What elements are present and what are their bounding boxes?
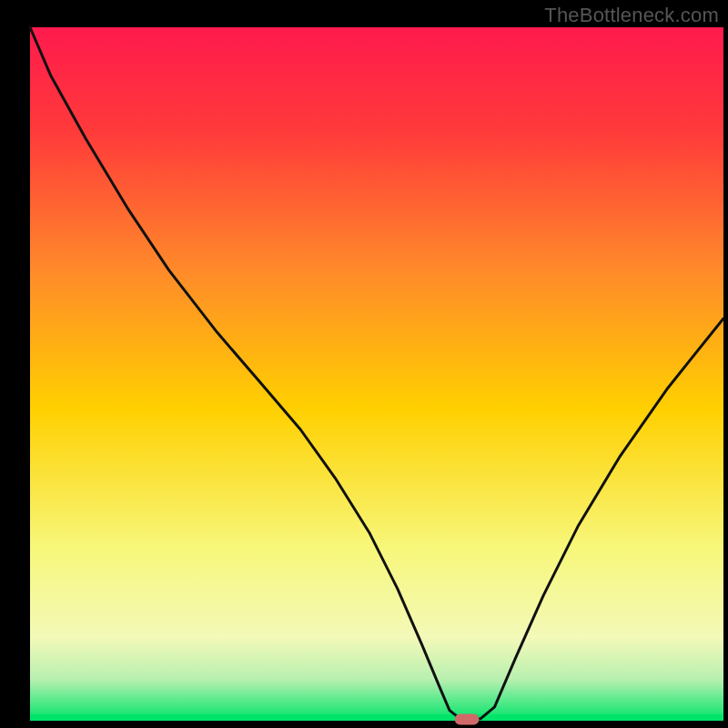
baseline-strip: [30, 714, 723, 721]
plot-background: [30, 27, 723, 721]
bottleneck-chart: [0, 0, 728, 728]
watermark-text: TheBottleneck.com: [544, 4, 719, 27]
optimum-marker: [455, 713, 480, 724]
chart-container: TheBottleneck.com: [0, 0, 728, 728]
